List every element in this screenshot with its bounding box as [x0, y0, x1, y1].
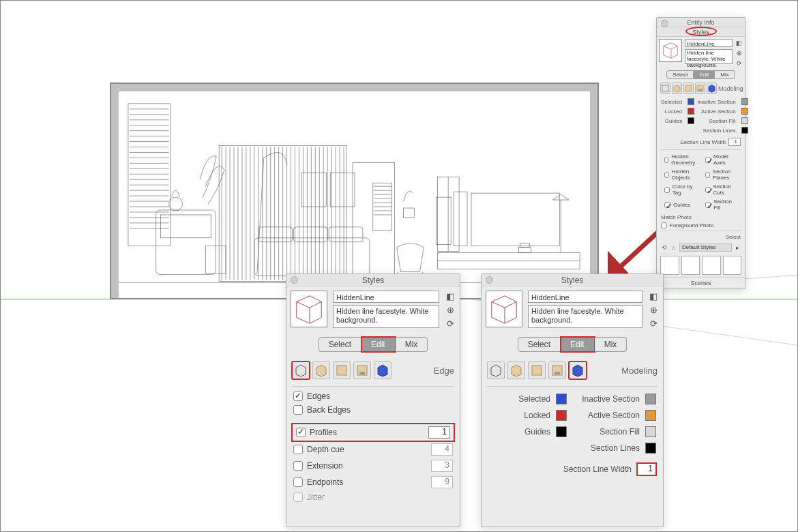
tab-select[interactable]: Select — [518, 337, 561, 352]
back-edges-check[interactable] — [293, 405, 303, 415]
profiles-value[interactable]: 1 — [428, 426, 450, 439]
style-thumbnail[interactable] — [291, 291, 327, 327]
selected-color[interactable] — [556, 394, 567, 404]
styles-panel-edge[interactable]: Styles HiddenLine Hidden line facestyle.… — [286, 274, 460, 527]
section-fill-color[interactable] — [741, 117, 748, 124]
background-settings-icon[interactable] — [683, 83, 694, 94]
tab-select[interactable]: Select — [666, 70, 694, 79]
section-lines-color[interactable] — [741, 127, 748, 134]
watermark-settings-icon[interactable] — [548, 361, 566, 379]
inactive-section-color[interactable] — [741, 98, 748, 105]
styles-titlebar-modeling[interactable]: Styles — [482, 274, 663, 286]
create-style-icon[interactable]: ⊕ — [648, 304, 659, 315]
details-icon[interactable]: ▸ — [734, 244, 741, 252]
hidden-objects-check[interactable] — [664, 172, 669, 178]
jitter-check[interactable] — [293, 492, 303, 502]
selected-color[interactable] — [688, 98, 694, 105]
style-thumb[interactable] — [660, 256, 679, 275]
face-settings-icon[interactable] — [312, 361, 330, 379]
style-description-input[interactable]: Hidden line facestyle. White background. — [528, 305, 642, 328]
profiles-check[interactable] — [296, 428, 306, 437]
entity-info-titlebar[interactable]: Entity Info — [657, 18, 745, 27]
style-name-input[interactable]: HiddenLine — [685, 39, 733, 47]
section-planes-check[interactable] — [705, 172, 710, 178]
styles-panel-modeling[interactable]: Styles HiddenLine Hidden line facestyle.… — [481, 274, 664, 527]
tab-edit[interactable]: Edit — [694, 70, 715, 79]
tab-edit[interactable]: Edit — [561, 337, 595, 352]
display-options-icon[interactable]: ◧ — [648, 291, 659, 301]
style-thumbnail[interactable] — [486, 291, 522, 327]
section-line-width-input[interactable]: 1 — [728, 138, 741, 146]
section-cuts-check[interactable] — [705, 187, 710, 193]
color-by-tag-check[interactable] — [664, 187, 670, 193]
inactive-section-color[interactable] — [645, 394, 656, 404]
display-options-icon[interactable]: ◧ — [735, 39, 743, 46]
active-section-color[interactable] — [645, 410, 656, 421]
style-thumb[interactable] — [723, 256, 742, 275]
watermark-settings-icon[interactable] — [353, 361, 371, 379]
close-icon[interactable] — [486, 276, 493, 284]
background-settings-icon[interactable] — [333, 361, 351, 379]
face-settings-icon[interactable] — [672, 83, 682, 94]
locked-color[interactable] — [688, 108, 694, 115]
face-settings-icon[interactable] — [507, 361, 525, 379]
styles-titlebar-edge[interactable]: Styles — [286, 274, 460, 286]
style-path[interactable]: Default Styles — [679, 243, 732, 252]
foreground-photo-check[interactable] — [661, 222, 667, 228]
style-thumbnail[interactable] — [659, 39, 682, 62]
section-lines-color[interactable] — [645, 443, 656, 454]
room-interior — [119, 91, 590, 298]
svg-rect-62 — [258, 227, 293, 242]
edge-settings-icon[interactable] — [660, 83, 670, 94]
extension-check[interactable] — [293, 461, 303, 471]
model-axes-check[interactable] — [705, 157, 711, 163]
style-name-input[interactable]: HiddenLine — [528, 291, 642, 303]
style-description-input[interactable]: Hidden line facestyle. White background. — [685, 49, 733, 64]
section-line-width-input[interactable]: 1 — [637, 463, 656, 475]
styles-titlebar-mini[interactable]: Styles — [657, 27, 745, 37]
update-style-icon[interactable]: ⟳ — [648, 318, 659, 329]
watermark-settings-icon[interactable] — [695, 83, 705, 94]
active-section-color[interactable] — [741, 108, 748, 115]
style-name-input[interactable]: HiddenLine — [333, 291, 439, 303]
depth-cue-value[interactable]: 4 — [431, 443, 453, 456]
endpoints-value[interactable]: 9 — [431, 476, 453, 488]
create-style-icon[interactable]: ⊕ — [735, 49, 743, 57]
tab-mix[interactable]: Mix — [715, 70, 735, 79]
guides-color[interactable] — [556, 426, 567, 437]
tab-select[interactable]: Select — [319, 337, 361, 352]
style-thumb[interactable] — [681, 256, 700, 275]
endpoints-check[interactable] — [293, 477, 303, 487]
edges-check[interactable] — [293, 391, 303, 401]
tab-mix[interactable]: Mix — [595, 337, 627, 352]
tab-mix[interactable]: Mix — [396, 337, 428, 352]
viewport[interactable] — [110, 83, 599, 299]
styles-panel-mini[interactable]: Entity Info Styles HiddenLine Hidden lin… — [656, 17, 745, 289]
close-icon[interactable] — [661, 20, 668, 27]
section-fill-color[interactable] — [645, 426, 656, 437]
modeling-settings-icon[interactable] — [707, 83, 717, 94]
create-style-icon[interactable]: ⊕ — [445, 304, 456, 315]
close-icon[interactable] — [291, 276, 298, 284]
update-style-icon[interactable]: ⟳ — [735, 59, 743, 67]
modeling-settings-icon[interactable] — [569, 361, 587, 379]
tab-edit[interactable]: Edit — [361, 337, 396, 352]
extension-value[interactable]: 3 — [431, 460, 453, 472]
display-options-icon[interactable]: ◧ — [445, 291, 456, 301]
back-icon[interactable]: ⟲ — [660, 244, 668, 252]
style-description-input[interactable]: Hidden line facestyle. White background. — [333, 305, 439, 328]
edge-settings-icon[interactable] — [292, 361, 310, 379]
modeling-settings-icon[interactable] — [374, 361, 391, 379]
edge-settings-icon[interactable] — [487, 361, 505, 379]
depth-cue-check[interactable] — [293, 445, 303, 454]
hidden-geometry-check[interactable] — [664, 157, 668, 163]
home-icon[interactable]: ⌂ — [670, 244, 677, 252]
update-style-icon[interactable]: ⟳ — [445, 318, 456, 329]
section-fill-check[interactable] — [705, 202, 711, 208]
background-settings-icon[interactable] — [528, 361, 546, 379]
style-thumb[interactable] — [702, 256, 721, 275]
guides-color[interactable] — [688, 117, 694, 124]
locked-color[interactable] — [556, 410, 567, 421]
guides-check[interactable] — [664, 202, 670, 208]
scenes-footer[interactable]: Scenes — [657, 277, 745, 289]
